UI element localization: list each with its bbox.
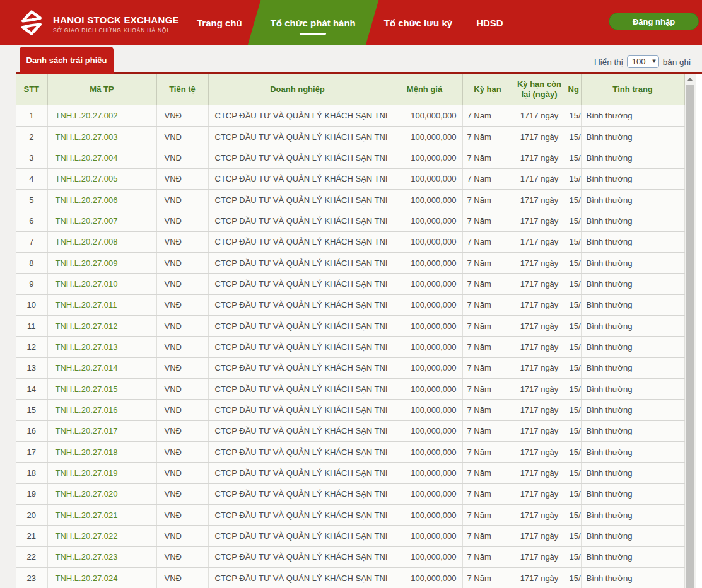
- cell-tien-te: VNĐ: [156, 105, 208, 126]
- cell-ngay-truncated: 15/: [566, 147, 581, 168]
- cell-ky-han-con-lai: 1717 ngày: [513, 505, 566, 526]
- cell-ma-tp-link[interactable]: TNH.L.20.27.005: [47, 168, 156, 189]
- active-nav-underline: [300, 33, 326, 35]
- cell-ma-tp-link[interactable]: TNH.L.20.27.016: [47, 400, 156, 420]
- table-row: 16 TNH.L.20.27.017 VNĐ CTCP ĐẦU TƯ VÀ QU…: [16, 420, 684, 441]
- cell-stt: 4: [16, 168, 47, 189]
- scrollbar-thumb[interactable]: [686, 85, 694, 588]
- cell-ma-tp-link[interactable]: TNH.L.20.27.022: [47, 526, 156, 546]
- nav-label: HDSD: [476, 18, 503, 28]
- cell-menh-gia: 100,000,000: [387, 252, 462, 273]
- cell-ma-tp-link[interactable]: TNH.L.20.27.008: [47, 231, 156, 252]
- nav-item-to-chuc-phat-hanh[interactable]: Tổ chức phát hành: [254, 0, 372, 45]
- scrollbar-up-button[interactable]: [685, 74, 696, 84]
- cell-stt: 12: [16, 337, 47, 357]
- cell-ma-tp-link[interactable]: TNH.L.20.27.007: [47, 210, 156, 231]
- cell-doanh-nghiep: CTCP ĐẦU TƯ VÀ QUẢN LÝ KHÁCH SẠN TNH: [208, 483, 387, 504]
- cell-tien-te: VNĐ: [156, 463, 208, 483]
- cell-tien-te: VNĐ: [156, 526, 208, 546]
- cell-ky-han-con-lai: 1717 ngày: [513, 400, 566, 420]
- cell-menh-gia: 100,000,000: [387, 274, 462, 294]
- logo-title: HANOI STOCK EXCHANGE: [53, 14, 179, 25]
- cell-ma-tp-link[interactable]: TNH.L.20.27.002: [47, 105, 156, 126]
- cell-ky-han: 7 Năm: [462, 337, 513, 357]
- cell-ky-han-con-lai: 1717 ngày: [513, 483, 566, 504]
- logo[interactable]: HANOI STOCK EXCHANGE SỞ GIAO DỊCH CHỨNG …: [18, 8, 179, 40]
- cell-tinh-trang: Bình thường: [581, 420, 684, 441]
- cell-ma-tp-link[interactable]: TNH.L.20.27.014: [47, 357, 156, 378]
- cell-tinh-trang: Bình thường: [581, 168, 684, 189]
- login-button[interactable]: Đăng nhập: [609, 13, 699, 30]
- cell-ngay-truncated: 15/: [566, 483, 581, 504]
- cell-ngay-truncated: 15/: [566, 420, 581, 441]
- cell-stt: 1: [16, 105, 47, 126]
- cell-ngay-truncated: 15/: [566, 189, 581, 210]
- cell-ky-han: 7 Năm: [462, 105, 513, 126]
- cell-stt: 11: [16, 315, 47, 336]
- cell-ky-han-con-lai: 1717 ngày: [513, 105, 566, 126]
- cell-tien-te: VNĐ: [156, 294, 208, 315]
- cell-ma-tp-link[interactable]: TNH.L.20.27.020: [47, 483, 156, 504]
- cell-ma-tp-link[interactable]: TNH.L.20.27.024: [47, 568, 156, 588]
- cell-menh-gia: 100,000,000: [387, 168, 462, 189]
- logo-text: HANOI STOCK EXCHANGE SỞ GIAO DỊCH CHỨNG …: [53, 14, 179, 33]
- cell-ma-tp-link[interactable]: TNH.L.20.27.013: [47, 337, 156, 357]
- cell-ky-han-con-lai: 1717 ngày: [513, 168, 566, 189]
- nav-item-hdsd[interactable]: HDSD: [464, 0, 515, 45]
- cell-tinh-trang: Bình thường: [581, 105, 684, 126]
- column-header-tien_te: Tiền tệ: [156, 74, 208, 105]
- nav-item-trang-chu[interactable]: Trang chủ: [185, 0, 254, 45]
- cell-menh-gia: 100,000,000: [387, 189, 462, 210]
- cell-ma-tp-link[interactable]: TNH.L.20.27.009: [47, 252, 156, 273]
- table-row: 4 TNH.L.20.27.005 VNĐ CTCP ĐẦU TƯ VÀ QUẢ…: [16, 168, 684, 189]
- cell-ma-tp-link[interactable]: TNH.L.20.27.023: [47, 546, 156, 567]
- cell-tien-te: VNĐ: [156, 420, 208, 441]
- cell-tien-te: VNĐ: [156, 315, 208, 336]
- cell-ky-han-con-lai: 1717 ngày: [513, 568, 566, 588]
- column-header-tinh_trang: Tình trạng: [581, 74, 684, 105]
- cell-ky-han: 7 Năm: [462, 210, 513, 231]
- cell-ky-han: 7 Năm: [462, 442, 513, 463]
- cell-ma-tp-link[interactable]: TNH.L.20.27.011: [47, 294, 156, 315]
- cell-doanh-nghiep: CTCP ĐẦU TƯ VÀ QUẢN LÝ KHÁCH SẠN TNH: [208, 210, 387, 231]
- cell-ma-tp-link[interactable]: TNH.L.20.27.015: [47, 378, 156, 399]
- page-size-select[interactable]: 100: [627, 55, 659, 68]
- cell-menh-gia: 100,000,000: [387, 231, 462, 252]
- cell-stt: 2: [16, 126, 47, 147]
- cell-ma-tp-link[interactable]: TNH.L.20.27.012: [47, 315, 156, 336]
- cell-ma-tp-link[interactable]: TNH.L.20.27.017: [47, 420, 156, 441]
- cell-ky-han-con-lai: 1717 ngày: [513, 315, 566, 336]
- page-size-select-wrap: 100: [627, 55, 659, 68]
- tab-danh-sach-trai-phieu[interactable]: Danh sách trái phiếu: [20, 47, 114, 74]
- cell-ma-tp-link[interactable]: TNH.L.20.27.004: [47, 147, 156, 168]
- cell-ky-han: 7 Năm: [462, 505, 513, 526]
- cell-ma-tp-link[interactable]: TNH.L.20.27.019: [47, 463, 156, 483]
- table-row: 21 TNH.L.20.27.022 VNĐ CTCP ĐẦU TƯ VÀ QU…: [16, 526, 684, 546]
- cell-ma-tp-link[interactable]: TNH.L.20.27.006: [47, 189, 156, 210]
- table-row: 15 TNH.L.20.27.016 VNĐ CTCP ĐẦU TƯ VÀ QU…: [16, 400, 684, 420]
- cell-menh-gia: 100,000,000: [387, 357, 462, 378]
- cell-ma-tp-link[interactable]: TNH.L.20.27.003: [47, 126, 156, 147]
- nav-item-to-chuc-luu-ky[interactable]: Tổ chức lưu ký: [372, 0, 464, 45]
- column-header-ky_han_con_lai: Kỳ hạn còn lại (ngày): [513, 74, 566, 105]
- cell-ky-han-con-lai: 1717 ngày: [513, 231, 566, 252]
- cell-stt: 16: [16, 420, 47, 441]
- column-header-ky_han: Kỳ hạn: [462, 74, 513, 105]
- cell-ky-han-con-lai: 1717 ngày: [513, 546, 566, 567]
- cell-ky-han-con-lai: 1717 ngày: [513, 294, 566, 315]
- cell-doanh-nghiep: CTCP ĐẦU TƯ VÀ QUẢN LÝ KHÁCH SẠN TNH: [208, 315, 387, 336]
- cell-tinh-trang: Bình thường: [581, 210, 684, 231]
- records-label: bản ghi: [663, 57, 691, 67]
- table-row: 9 TNH.L.20.27.010 VNĐ CTCP ĐẦU TƯ VÀ QUẢ…: [16, 274, 684, 294]
- cell-ma-tp-link[interactable]: TNH.L.20.27.018: [47, 442, 156, 463]
- table-row: 23 TNH.L.20.27.024 VNĐ CTCP ĐẦU TƯ VÀ QU…: [16, 568, 684, 588]
- cell-tinh-trang: Bình thường: [581, 315, 684, 336]
- cell-ma-tp-link[interactable]: TNH.L.20.27.010: [47, 274, 156, 294]
- cell-stt: 10: [16, 294, 47, 315]
- vertical-scrollbar[interactable]: [685, 74, 696, 588]
- bond-table-panel: STTMã TPTiền tệDoanh nghiệpMệnh giáKỳ hạ…: [16, 72, 702, 588]
- cell-tinh-trang: Bình thường: [581, 568, 684, 588]
- cell-doanh-nghiep: CTCP ĐẦU TƯ VÀ QUẢN LÝ KHÁCH SẠN TNH: [208, 505, 387, 526]
- cell-tien-te: VNĐ: [156, 189, 208, 210]
- cell-ma-tp-link[interactable]: TNH.L.20.27.021: [47, 505, 156, 526]
